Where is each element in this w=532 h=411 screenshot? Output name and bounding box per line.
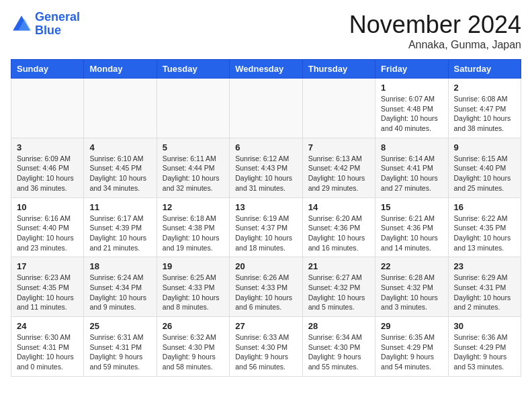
location: Annaka, Gunma, Japan <box>349 39 521 51</box>
day-number: 17 <box>17 261 78 271</box>
day-number: 6 <box>235 142 296 152</box>
day-number: 9 <box>454 142 515 152</box>
calendar-day-cell: 29Sunrise: 6:35 AM Sunset: 4:29 PM Dayli… <box>375 317 448 377</box>
day-number: 11 <box>89 202 150 212</box>
calendar-day-cell: 9Sunrise: 6:15 AM Sunset: 4:40 PM Daylig… <box>448 138 521 197</box>
day-number: 23 <box>454 261 515 271</box>
day-number: 1 <box>381 83 442 93</box>
day-number: 10 <box>17 202 78 212</box>
day-info: Sunrise: 6:11 AM Sunset: 4:44 PM Dayligh… <box>163 154 224 193</box>
calendar-day-cell: 18Sunrise: 6:24 AM Sunset: 4:34 PM Dayli… <box>84 257 157 317</box>
day-info: Sunrise: 6:09 AM Sunset: 4:46 PM Dayligh… <box>17 154 78 193</box>
logo-text: General Blue <box>35 11 80 38</box>
day-info: Sunrise: 6:26 AM Sunset: 4:33 PM Dayligh… <box>235 273 296 312</box>
day-info: Sunrise: 6:23 AM Sunset: 4:35 PM Dayligh… <box>17 273 78 312</box>
calendar-week-row: 17Sunrise: 6:23 AM Sunset: 4:35 PM Dayli… <box>11 257 521 317</box>
weekday-header-cell: Monday <box>84 60 157 79</box>
calendar-day-cell: 24Sunrise: 6:30 AM Sunset: 4:31 PM Dayli… <box>11 317 84 377</box>
calendar-day-cell <box>11 79 84 138</box>
day-info: Sunrise: 6:12 AM Sunset: 4:43 PM Dayligh… <box>235 154 296 193</box>
day-info: Sunrise: 6:29 AM Sunset: 4:31 PM Dayligh… <box>454 273 515 312</box>
day-info: Sunrise: 6:17 AM Sunset: 4:39 PM Dayligh… <box>89 214 150 253</box>
weekday-header-cell: Tuesday <box>157 60 229 79</box>
calendar-day-cell: 12Sunrise: 6:18 AM Sunset: 4:38 PM Dayli… <box>157 197 229 257</box>
logo-icon <box>11 13 32 35</box>
calendar-day-cell: 2Sunrise: 6:08 AM Sunset: 4:47 PM Daylig… <box>448 79 521 138</box>
calendar-day-cell: 16Sunrise: 6:22 AM Sunset: 4:35 PM Dayli… <box>448 197 521 257</box>
day-number: 30 <box>454 321 515 331</box>
day-info: Sunrise: 6:34 AM Sunset: 4:30 PM Dayligh… <box>308 332 369 372</box>
weekday-header-cell: Friday <box>375 60 448 79</box>
day-info: Sunrise: 6:32 AM Sunset: 4:30 PM Dayligh… <box>163 332 224 372</box>
page-header: General Blue November 2024 Annaka, Gunma… <box>11 11 521 51</box>
calendar-day-cell: 23Sunrise: 6:29 AM Sunset: 4:31 PM Dayli… <box>448 257 521 317</box>
calendar-day-cell: 20Sunrise: 6:26 AM Sunset: 4:33 PM Dayli… <box>230 257 302 317</box>
day-number: 3 <box>17 142 78 152</box>
day-info: Sunrise: 6:30 AM Sunset: 4:31 PM Dayligh… <box>17 332 78 372</box>
day-info: Sunrise: 6:31 AM Sunset: 4:31 PM Dayligh… <box>89 332 150 372</box>
day-number: 27 <box>235 321 296 331</box>
day-number: 4 <box>89 142 150 152</box>
day-number: 2 <box>454 83 515 93</box>
day-info: Sunrise: 6:24 AM Sunset: 4:34 PM Dayligh… <box>89 273 150 312</box>
day-number: 20 <box>235 261 296 271</box>
calendar-day-cell: 17Sunrise: 6:23 AM Sunset: 4:35 PM Dayli… <box>11 257 84 317</box>
day-info: Sunrise: 6:25 AM Sunset: 4:33 PM Dayligh… <box>163 273 224 312</box>
calendar-day-cell: 5Sunrise: 6:11 AM Sunset: 4:44 PM Daylig… <box>157 138 229 197</box>
day-number: 15 <box>381 202 442 212</box>
calendar-day-cell: 15Sunrise: 6:21 AM Sunset: 4:36 PM Dayli… <box>375 197 448 257</box>
calendar-day-cell: 6Sunrise: 6:12 AM Sunset: 4:43 PM Daylig… <box>230 138 302 197</box>
day-number: 22 <box>381 261 442 271</box>
calendar-day-cell <box>302 79 375 138</box>
day-info: Sunrise: 6:35 AM Sunset: 4:29 PM Dayligh… <box>381 332 442 372</box>
calendar-week-row: 1Sunrise: 6:07 AM Sunset: 4:48 PM Daylig… <box>11 79 521 138</box>
day-number: 25 <box>89 321 150 331</box>
logo: General Blue <box>11 11 80 38</box>
calendar-day-cell: 26Sunrise: 6:32 AM Sunset: 4:30 PM Dayli… <box>157 317 229 377</box>
day-number: 7 <box>308 142 369 152</box>
day-number: 26 <box>163 321 224 331</box>
calendar-week-row: 10Sunrise: 6:16 AM Sunset: 4:40 PM Dayli… <box>11 197 521 257</box>
day-number: 13 <box>235 202 296 212</box>
day-number: 24 <box>17 321 78 331</box>
calendar-day-cell: 21Sunrise: 6:27 AM Sunset: 4:32 PM Dayli… <box>302 257 375 317</box>
weekday-header-cell: Saturday <box>448 60 521 79</box>
calendar-day-cell: 28Sunrise: 6:34 AM Sunset: 4:30 PM Dayli… <box>302 317 375 377</box>
calendar-day-cell: 8Sunrise: 6:14 AM Sunset: 4:41 PM Daylig… <box>375 138 448 197</box>
calendar-day-cell: 10Sunrise: 6:16 AM Sunset: 4:40 PM Dayli… <box>11 197 84 257</box>
day-info: Sunrise: 6:10 AM Sunset: 4:45 PM Dayligh… <box>89 154 150 193</box>
day-info: Sunrise: 6:27 AM Sunset: 4:32 PM Dayligh… <box>308 273 369 312</box>
day-info: Sunrise: 6:36 AM Sunset: 4:29 PM Dayligh… <box>454 332 515 372</box>
weekday-header-cell: Wednesday <box>230 60 302 79</box>
day-info: Sunrise: 6:20 AM Sunset: 4:36 PM Dayligh… <box>308 214 369 253</box>
day-info: Sunrise: 6:07 AM Sunset: 4:48 PM Dayligh… <box>381 94 442 134</box>
day-info: Sunrise: 6:14 AM Sunset: 4:41 PM Dayligh… <box>381 154 442 193</box>
weekday-header-row: SundayMondayTuesdayWednesdayThursdayFrid… <box>11 60 521 79</box>
calendar-day-cell: 27Sunrise: 6:33 AM Sunset: 4:30 PM Dayli… <box>230 317 302 377</box>
day-info: Sunrise: 6:18 AM Sunset: 4:38 PM Dayligh… <box>163 214 224 253</box>
title-block: November 2024 Annaka, Gunma, Japan <box>349 11 521 51</box>
day-info: Sunrise: 6:16 AM Sunset: 4:40 PM Dayligh… <box>17 214 78 253</box>
day-info: Sunrise: 6:13 AM Sunset: 4:42 PM Dayligh… <box>308 154 369 193</box>
calendar-week-row: 24Sunrise: 6:30 AM Sunset: 4:31 PM Dayli… <box>11 317 521 377</box>
day-number: 19 <box>163 261 224 271</box>
day-number: 18 <box>89 261 150 271</box>
day-number: 8 <box>381 142 442 152</box>
day-number: 14 <box>308 202 369 212</box>
day-number: 5 <box>163 142 224 152</box>
calendar-day-cell: 14Sunrise: 6:20 AM Sunset: 4:36 PM Dayli… <box>302 197 375 257</box>
calendar-body: 1Sunrise: 6:07 AM Sunset: 4:48 PM Daylig… <box>11 79 521 377</box>
day-number: 29 <box>381 321 442 331</box>
calendar-day-cell <box>84 79 157 138</box>
calendar-day-cell: 1Sunrise: 6:07 AM Sunset: 4:48 PM Daylig… <box>375 79 448 138</box>
calendar-day-cell: 25Sunrise: 6:31 AM Sunset: 4:31 PM Dayli… <box>84 317 157 377</box>
day-number: 21 <box>308 261 369 271</box>
day-number: 12 <box>163 202 224 212</box>
day-info: Sunrise: 6:33 AM Sunset: 4:30 PM Dayligh… <box>235 332 296 372</box>
day-info: Sunrise: 6:08 AM Sunset: 4:47 PM Dayligh… <box>454 94 515 134</box>
calendar-day-cell: 3Sunrise: 6:09 AM Sunset: 4:46 PM Daylig… <box>11 138 84 197</box>
day-info: Sunrise: 6:15 AM Sunset: 4:40 PM Dayligh… <box>454 154 515 193</box>
calendar-table: SundayMondayTuesdayWednesdayThursdayFrid… <box>11 59 521 377</box>
calendar-day-cell <box>157 79 229 138</box>
calendar-day-cell: 30Sunrise: 6:36 AM Sunset: 4:29 PM Dayli… <box>448 317 521 377</box>
